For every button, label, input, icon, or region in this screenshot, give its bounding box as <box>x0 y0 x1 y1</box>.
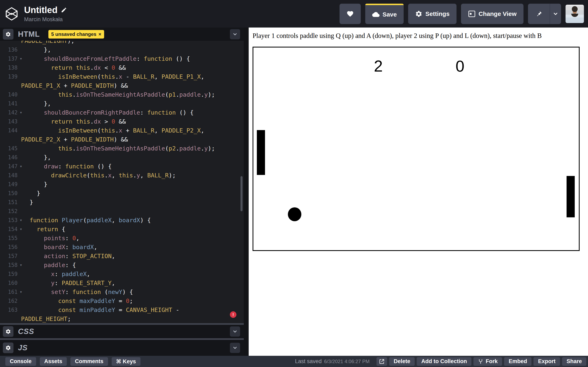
code-line[interactable]: 149 } <box>0 180 244 189</box>
code-line[interactable]: 142▾ shouldBounceFromRightPaddle: functi… <box>0 108 244 117</box>
fork-button[interactable]: Fork <box>474 357 502 366</box>
fold-arrow-icon[interactable]: ▾ <box>17 162 30 171</box>
export-button[interactable]: Export <box>534 357 560 366</box>
fold-arrow-icon[interactable]: ▾ <box>17 108 30 117</box>
dismiss-icon[interactable]: × <box>98 31 101 37</box>
code-token: shouldBounceFromRightPaddle <box>30 108 140 117</box>
code-line[interactable]: 159 x: paddleX, <box>0 269 244 278</box>
html-collapse-button[interactable] <box>230 29 240 39</box>
code-token: paddle <box>30 261 65 269</box>
code-line[interactable]: 154▾ return { <box>0 225 244 234</box>
code-token: : <box>140 108 147 117</box>
js-collapse-button[interactable] <box>230 343 240 353</box>
code-token: ( <box>97 72 101 81</box>
code-token: dx <box>94 63 101 72</box>
fold-arrow-icon[interactable]: ▾ <box>17 216 30 225</box>
html-code-editor[interactable]: PADDLE_HEIGHT);136 },137▾ shouldBounceFr… <box>0 41 244 323</box>
pin-button[interactable] <box>528 4 550 24</box>
code-token <box>76 296 79 305</box>
code-token: this <box>90 171 104 180</box>
code-token: BALL_R <box>133 126 154 135</box>
pen-author[interactable]: Marcin Moskała <box>24 16 67 23</box>
code-line[interactable]: PADDLE_P1_X + PADDLE_WIDTH) && <box>0 81 244 90</box>
code-line[interactable]: 158▾ paddle: { <box>0 261 244 269</box>
code-token <box>30 63 51 72</box>
change-view-button[interactable]: Change View <box>461 4 523 24</box>
unsaved-changes-text: 5 unsaved changes <box>51 31 96 37</box>
panel-resize-handle[interactable] <box>0 323 244 325</box>
css-collapse-button[interactable] <box>230 326 240 337</box>
line-number: 144 <box>0 126 17 135</box>
open-live-view-button[interactable] <box>376 357 387 366</box>
code-line[interactable]: PADDLE_HEIGHT; <box>0 314 244 323</box>
ball <box>288 207 301 221</box>
error-indicator-badge[interactable]: ! <box>230 311 236 318</box>
fold-gutter <box>17 243 30 252</box>
code-token: PADDLE_P1_X <box>21 81 60 90</box>
pin-dropdown-button[interactable] <box>550 4 561 24</box>
code-token: boardX <box>30 243 65 252</box>
line-number: 160 <box>0 278 17 287</box>
code-line[interactable]: 162 const maxPaddleY = 0; <box>0 296 244 305</box>
code-line[interactable]: 147▾ draw: function () { <box>0 162 244 171</box>
code-line[interactable]: 156 boardX: boardX, <box>0 243 244 252</box>
footer-button-keys[interactable]: ⌘ Keys <box>112 357 140 366</box>
save-button[interactable]: Save <box>365 4 404 24</box>
code-line[interactable]: 150 } <box>0 189 244 198</box>
code-line[interactable]: 136 }, <box>0 45 244 54</box>
fold-arrow-icon[interactable]: ▾ <box>17 54 30 63</box>
add-to-collection-button[interactable]: Add to Collection <box>417 357 471 366</box>
code-line[interactable]: PADDLE_HEIGHT); <box>0 41 244 45</box>
code-line[interactable]: 151} <box>0 198 244 207</box>
edit-pencil-icon[interactable] <box>61 7 67 13</box>
editor-preview-resize-gutter[interactable] <box>244 27 249 356</box>
code-line[interactable]: 143 return this.dx > 0 && <box>0 117 244 126</box>
pen-title[interactable]: Untitled <box>24 5 58 15</box>
share-button[interactable]: Share <box>562 357 586 366</box>
fold-arrow-icon[interactable]: ▾ <box>17 261 30 269</box>
code-line[interactable]: 138 return this.dx < 0 && <box>0 63 244 72</box>
code-line[interactable]: 145 this.isOnTheSameHeightAsPaddle(p2.pa… <box>0 144 244 153</box>
code-token <box>30 171 51 180</box>
code-line[interactable]: 161▾ setY: function (newY) { <box>0 287 244 296</box>
code-token: PADDLE_START_Y <box>62 278 112 287</box>
js-settings-button[interactable] <box>3 342 13 353</box>
code-line[interactable]: PADDLE_P2_X + PADDLE_WIDTH) && <box>0 135 244 144</box>
avatar[interactable] <box>566 5 584 23</box>
code-line[interactable]: 144 isInBetween(this.x + BALL_R, PADDLE_… <box>0 126 244 135</box>
code-token: , <box>140 171 147 180</box>
pong-game-canvas: 2 0 <box>252 47 580 251</box>
css-settings-button[interactable] <box>3 326 13 337</box>
line-number: 161 <box>0 287 17 296</box>
panel-resize-handle[interactable] <box>0 338 244 340</box>
css-panel-header: CSS <box>0 325 244 338</box>
code-line[interactable]: 157 action: STOP_ACTION, <box>0 252 244 261</box>
code-line[interactable]: 139 isInBetween(this.x - BALL_R, PADDLE_… <box>0 72 244 81</box>
code-line[interactable]: 137▾ shouldBounceFromLeftPaddle: functio… <box>0 54 244 63</box>
unsaved-changes-badge[interactable]: 5 unsaved changes × <box>48 30 104 39</box>
fold-arrow-icon[interactable]: ▾ <box>17 225 30 234</box>
footer-button-console[interactable]: Console <box>5 357 36 366</box>
code-line[interactable]: 140 this.isOnTheSameHeightAsPaddle(p1.pa… <box>0 90 244 99</box>
code-line[interactable]: 163 const minPaddleY = CANVAS_HEIGHT - <box>0 305 244 314</box>
embed-button[interactable]: Embed <box>504 357 531 366</box>
editor-scrollbar-thumb[interactable] <box>241 176 242 211</box>
code-line[interactable]: 148 drawCircle(this.x, this.y, BALL_R); <box>0 171 244 180</box>
code-line[interactable]: 155 points: 0, <box>0 234 244 243</box>
code-line[interactable]: 160 y: PADDLE_START_Y, <box>0 278 244 287</box>
footer-button-comments[interactable]: Comments <box>70 357 108 366</box>
like-button[interactable] <box>339 4 361 24</box>
code-line[interactable]: 152 <box>0 207 244 216</box>
code-line[interactable]: 141 }, <box>0 99 244 108</box>
settings-button[interactable]: Settings <box>408 4 456 24</box>
footer-button-assets[interactable]: Assets <box>40 357 67 366</box>
code-line[interactable]: 146 }, <box>0 153 244 162</box>
html-settings-button[interactable] <box>3 29 13 40</box>
fold-arrow-icon[interactable]: ▾ <box>17 287 30 296</box>
delete-button[interactable]: Delete <box>389 357 415 366</box>
line-number: 139 <box>0 72 17 81</box>
chevron-down-icon <box>232 32 238 37</box>
code-line[interactable]: 153▾function Player(paddleX, boardX) { <box>0 216 244 225</box>
codepen-logo[interactable] <box>5 7 18 21</box>
fold-gutter <box>17 296 30 305</box>
